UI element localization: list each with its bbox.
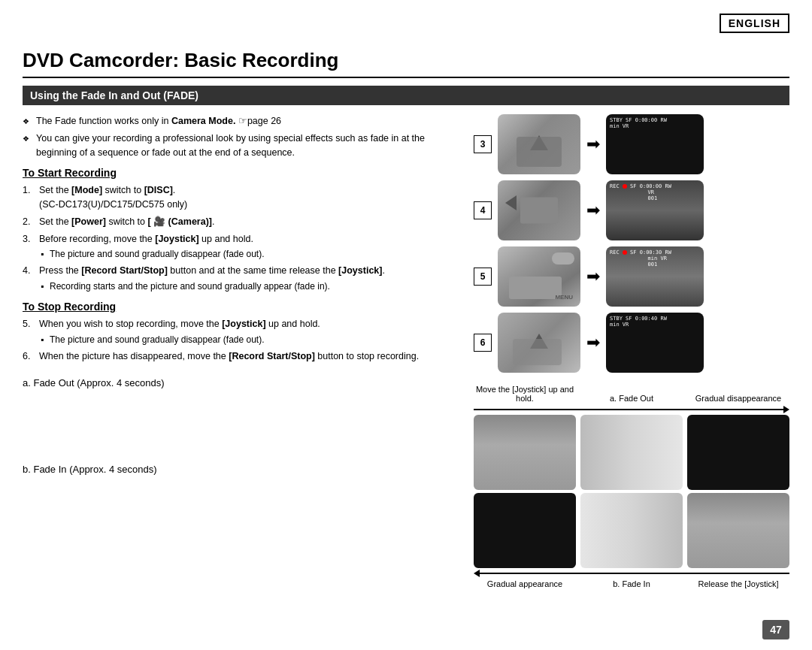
fade-diagram: Move the [Joystick] up and hold. a. Fade… [474,385,789,588]
stop-recording-steps: When you wish to stop recording, move th… [23,317,459,364]
step-row-5: 5 MENU ➡ REC SF 0:00:30 RW min VR 001 [474,246,789,307]
left-column: The Fade function works only in Camera M… [23,114,459,591]
start-recording-steps: Set the [Mode] switch to [DISC].(SC-DC17… [23,183,459,293]
step-3: Before recording, move the [Joystick] up… [23,232,459,262]
fade-bottom-label-3: Release the [Joystick] [687,579,789,588]
fade-top-label-2: a. Fade Out [580,394,683,403]
fade-out-label: a. Fade Out (Approx. 4 seconds) [23,377,459,388]
fade-top-label-1: Move the [Joystick] up and hold. [474,385,576,403]
fade-out-images [474,415,789,490]
step-2: Set the [Power] switch to [ 🎥 (Camera)]. [23,215,459,229]
fade-img-partial [580,415,683,490]
step-5: When you wish to stop recording, move th… [23,317,459,346]
step-num-4: 4 [474,201,492,219]
arrow-3: ➡ [586,135,600,154]
screen-3: STBY SF 0:00:00 RWmin VR [606,114,704,174]
fade-in-images [474,493,789,568]
arrow-6: ➡ [586,333,600,352]
fade-img-natural-2 [687,493,789,568]
step-4-sub: Recording starts and the picture and sou… [39,280,459,293]
bullet-2: You can give your recording a profession… [23,132,459,160]
step-img-6 [498,313,580,373]
fade-img-partial-2 [580,493,683,568]
page-container: ENGLISH DVD Camcorder: Basic Recording U… [0,0,812,650]
step-img-4 [498,180,580,240]
step-row-6: 6 ➡ STBY SF 0:00:40 RWmin VR [474,313,789,373]
screen-6: STBY SF 0:00:40 RWmin VR [606,313,704,373]
fade-bottom-label-1: Gradual appearance [474,579,576,588]
step-1: Set the [Mode] switch to [DISC].(SC-DC17… [23,183,459,212]
page-number: 47 [762,620,789,639]
step-row-4: 4 ➡ REC SF 0:00:00 RW VR 001 [474,180,789,240]
fade-img-natural [474,415,576,490]
section-header: Using the Fade In and Out (FADE) [23,86,789,105]
screen-5: REC SF 0:00:30 RW min VR 001 [606,246,704,307]
main-title: DVD Camcorder: Basic Recording [23,49,789,78]
step-img-5: MENU [498,246,580,307]
screen-text-3: STBY SF 0:00:00 RWmin VR [610,117,667,129]
step-num-5: 5 [474,268,492,286]
fade-top-labels: Move the [Joystick] up and hold. a. Fade… [474,385,789,403]
fade-img-black [687,415,789,490]
step-num-3: 3 [474,135,492,153]
screen-text-5: REC SF 0:00:30 RW min VR 001 [610,249,671,268]
arrow-4: ➡ [586,201,600,220]
right-column: 3 ➡ STBY SF 0:00:00 RWmin VR 4 [474,114,789,591]
screen-text-4: REC SF 0:00:00 RW VR 001 [610,183,671,201]
step-rows: 3 ➡ STBY SF 0:00:00 RWmin VR 4 [474,114,789,373]
fade-bottom-label-2: b. Fade In [580,579,683,588]
bullet-1: The Fade function works only in Camera M… [23,114,459,128]
screen-text-6: STBY SF 0:00:40 RWmin VR [610,316,667,328]
stop-recording-title: To Stop Recording [23,301,459,313]
fade-in-label: b. Fade In (Approx. 4 seconds) [23,464,459,475]
intro-bullets: The Fade function works only in Camera M… [23,114,459,159]
fade-bottom-labels: Gradual appearance b. Fade In Release th… [474,579,789,588]
step-row-3: 3 ➡ STBY SF 0:00:00 RWmin VR [474,114,789,174]
english-badge: ENGLISH [720,14,789,33]
screen-4: REC SF 0:00:00 RW VR 001 [606,180,704,240]
start-recording-title: To Start Recording [23,167,459,179]
step-5-sub: The picture and sound gradually disappea… [39,333,459,346]
content-wrapper: The Fade function works only in Camera M… [23,114,789,591]
fade-img-black-2 [474,493,576,568]
fade-top-label-3: Gradual disappearance [687,394,789,403]
step-num-6: 6 [474,334,492,352]
step-3-sub: The picture and sound gradually disappea… [39,247,459,261]
step-img-3 [498,114,580,174]
step-6: When the picture has disappeared, move t… [23,349,459,364]
step-4: Press the [Record Start/Stop] button and… [23,264,459,293]
arrow-5: ➡ [586,267,600,286]
